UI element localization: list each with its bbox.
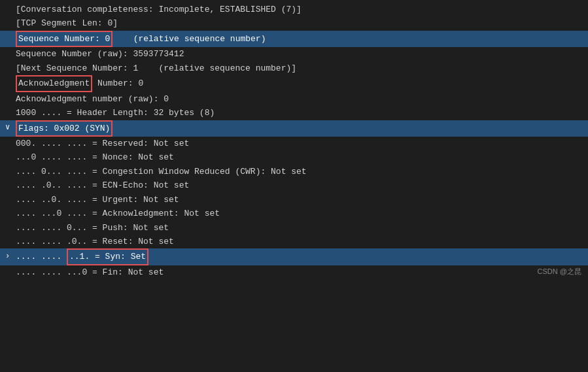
packet-line-line11[interactable]: ...0 .... .... = Nonce: Not set [0,150,588,164]
packet-line-line3[interactable]: Sequence Number: 0 (relative sequence nu… [0,31,588,47]
line-text: [Conversation completeness: Incomplete, … [16,3,302,16]
packet-line-line10[interactable]: 000. .... .... = Reserved: Not set [0,137,588,150]
ack-suffix: Number: 0 [92,76,143,90]
packet-line-line7[interactable]: Acknowledgment number (raw): 0 [0,92,588,106]
line-text: [TCP Segment Len: 0] [16,16,118,30]
packet-line-line6[interactable]: Acknowledgment Number: 0 [0,75,588,92]
line-text: Acknowledgment number (raw): 0 [16,92,169,106]
packet-line-line1[interactable]: [Conversation completeness: Incomplete, … [0,3,588,16]
syn-prefix: .... .... [16,250,67,263]
watermark: CSDN @之昆 [538,267,581,277]
packet-line-line12[interactable]: .... 0... .... = Congestion Window Reduc… [0,165,588,178]
packet-line-line15[interactable]: .... ...0 .... = Acknowledgment: Not set [0,207,588,220]
line-text: [Next Sequence Number: 1 (relative seque… [16,61,296,75]
packet-lines: [Conversation completeness: Incomplete, … [0,0,588,282]
line-text: Sequence Number (raw): 3593773412 [16,47,184,61]
red-box-syn: ..1. = Syn: Set [67,248,148,265]
packet-line-line16[interactable]: .... .... 0... = Push: Not set [0,221,588,235]
line-text: .... .... 0... = Push: Not set [16,221,169,235]
line-text: .... .... .0.. = Reset: Not set [16,235,174,248]
line-text: ...0 .... .... = Nonce: Not set [16,150,174,164]
packet-line-line2[interactable]: [TCP Segment Len: 0] [0,16,588,30]
expand-icon[interactable]: ∨ [5,122,14,135]
packet-line-line8[interactable]: 1000 .... = Header Length: 32 bytes (8) [0,106,588,120]
red-box-ack: Acknowledgment [16,75,92,92]
line-text: 1000 .... = Header Length: 32 bytes (8) [16,106,215,120]
packet-line-line9[interactable]: ∨ Flags: 0x002 (SYN) [0,120,588,137]
packet-line-line19[interactable]: .... .... ...0 = Fin: Not set [0,265,588,279]
line-text: 000. .... .... = Reserved: Not set [16,137,189,150]
packet-line-line18[interactable]: › .... .... ..1. = Syn: Set [0,248,588,265]
expand-icon[interactable]: › [5,250,14,263]
line-text: .... ...0 .... = Acknowledgment: Not set [16,207,220,220]
packet-line-line17[interactable]: .... .... .0.. = Reset: Not set [0,235,588,248]
red-box-sequence: Sequence Number: 0 [16,31,112,47]
packet-detail-panel: [Conversation completeness: Incomplete, … [0,0,588,282]
packet-line-line4[interactable]: Sequence Number (raw): 3593773412 [0,47,588,61]
line-text: .... .0.. .... = ECN-Echo: Not set [16,178,189,192]
packet-line-line13[interactable]: .... .0.. .... = ECN-Echo: Not set [0,178,588,192]
red-box-flags: Flags: 0x002 (SYN) [16,120,112,137]
line-text: .... .... ...0 = Fin: Not set [16,265,164,279]
line-text: .... ..0. .... = Urgent: Not set [16,193,179,207]
packet-line-line14[interactable]: .... ..0. .... = Urgent: Not set [0,193,588,207]
packet-line-line5[interactable]: [Next Sequence Number: 1 (relative seque… [0,61,588,75]
line-text: .... 0... .... = Congestion Window Reduc… [16,165,307,178]
seq-suffix: (relative sequence number) [112,32,266,46]
